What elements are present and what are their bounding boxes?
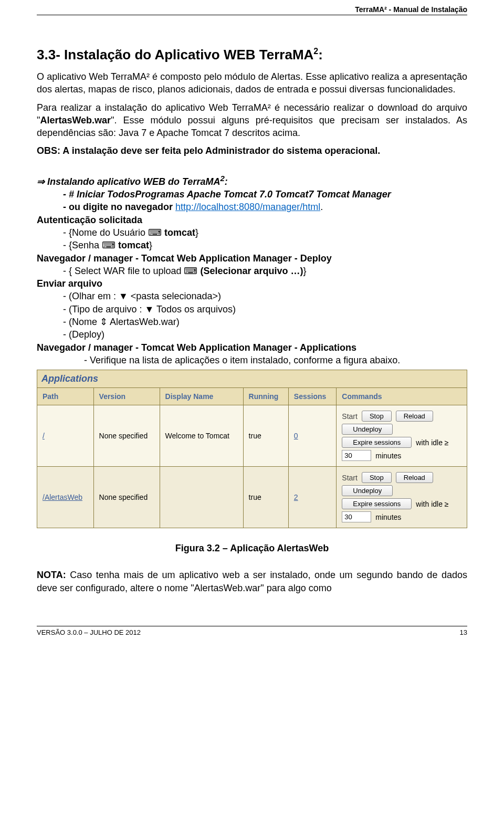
- header-rule: [37, 15, 467, 15]
- stop-button[interactable]: Stop: [362, 411, 392, 422]
- col-display: Display Name: [160, 388, 243, 405]
- paragraph-1: O aplicativo Web TerraMA² é composto pel…: [37, 70, 467, 96]
- cell-commands: Start Stop Reload Undeploy Expire sessio…: [337, 405, 467, 467]
- step-war-b: (Selecionar arquivo …): [200, 266, 303, 276]
- idle-label-a: with idle ≥: [416, 500, 448, 508]
- expire-button[interactable]: Expire sessions: [342, 498, 412, 509]
- footer-page-number: 13: [460, 628, 467, 636]
- cell-version: None specified: [93, 405, 160, 467]
- step-user: - {Nome do Usuário ⌨ tomcat}: [63, 226, 467, 239]
- paragraph-2: Para realizar a instalação do aplicativo…: [37, 101, 467, 140]
- install-colon: :: [225, 176, 228, 187]
- page-footer: VERSÃO 3.0.0 – JULHO DE 2012 13: [37, 626, 467, 636]
- idle-input[interactable]: [342, 511, 371, 522]
- paragraph-obs: OBS: A instalação deve ser feita pelo Ad…: [37, 144, 467, 157]
- nota-label: NOTA:: [37, 570, 66, 580]
- step-start-menu: - # Iniciar TodosProgramas Apache Tomcat…: [63, 188, 467, 201]
- cell-version: None specified: [93, 467, 160, 528]
- path-link[interactable]: /: [43, 432, 45, 440]
- step-pass-b: tomcat: [118, 240, 149, 250]
- step-war-a: - { Select WAR file to upload ⌨: [63, 266, 200, 276]
- manager-url-link[interactable]: http://localhost:8080/manager/html: [175, 202, 320, 212]
- p2-b: AlertasWeb.war: [40, 115, 111, 125]
- section-title-text: - Instalação do Aplicativo WEB TerraMA: [56, 47, 313, 62]
- applications-table: Applications Path Version Display Name R…: [37, 370, 467, 528]
- undeploy-button[interactable]: Undeploy: [342, 485, 393, 496]
- idle-input[interactable]: [342, 450, 371, 461]
- reload-button[interactable]: Reload: [396, 411, 433, 422]
- applications-caption: Applications: [37, 370, 467, 387]
- step-user-b: tomcat: [164, 227, 195, 238]
- step-war-c: }: [303, 266, 307, 276]
- nota-text: Caso tenha mais de um aplicativo web a s…: [37, 570, 467, 593]
- expire-button[interactable]: Expire sessions: [342, 437, 412, 448]
- figure-caption: Figura 3.2 – Aplicação AlertasWeb: [37, 543, 467, 554]
- page-header: TerraMA² - Manual de Instalação: [37, 0, 467, 15]
- enviar-heading: Enviar arquivo: [37, 277, 467, 290]
- col-version: Version: [93, 388, 160, 405]
- step-pass-c: }: [149, 240, 152, 250]
- step-name: - (Nome ⇕ AlertasWeb.war): [63, 316, 467, 328]
- path-link[interactable]: /AlertasWeb: [43, 493, 82, 501]
- footer-rule: [37, 626, 467, 626]
- col-path: Path: [37, 388, 94, 405]
- sessions-link[interactable]: 0: [294, 432, 298, 440]
- col-running: Running: [243, 388, 288, 405]
- step-pass: - {Senha ⌨ tomcat}: [63, 239, 467, 251]
- cell-running: true: [243, 405, 288, 467]
- step-filetype: - (Tipo de arquivo : ▼ Todos os arquivos…: [63, 303, 467, 316]
- table-row: /AlertasWeb None specified true 2 Start …: [37, 467, 467, 528]
- cell-commands: Start Stop Reload Undeploy Expire sessio…: [337, 467, 467, 528]
- col-sessions: Sessions: [288, 388, 336, 405]
- start-disabled: Start: [342, 474, 358, 482]
- step-verify: - Verifique na lista de aplicações o ite…: [84, 354, 467, 366]
- nav-deploy-heading: Navegador / manager - Tomcat Web Applica…: [37, 252, 467, 265]
- stop-button[interactable]: Stop: [362, 472, 392, 483]
- section-number: 3.3: [37, 47, 56, 62]
- start-disabled: Start: [342, 412, 358, 421]
- step-user-a: - {Nome do Usuário ⌨: [63, 227, 164, 238]
- idle-label-a: with idle ≥: [416, 438, 448, 447]
- section-sup: 2: [313, 47, 318, 56]
- cell-display: Welcome to Tomcat: [160, 405, 243, 467]
- undeploy-button[interactable]: Undeploy: [342, 424, 393, 435]
- reload-button[interactable]: Reload: [396, 472, 433, 483]
- step-deploy: - (Deploy): [63, 328, 467, 341]
- cell-running: true: [243, 467, 288, 528]
- sessions-link[interactable]: 2: [294, 493, 298, 501]
- install-heading: Instalando aplicativo WEB do TerraMA2:: [37, 173, 467, 188]
- step-user-c: }: [195, 227, 198, 238]
- step-url: - ou digite no navegador http://localhos…: [63, 201, 467, 213]
- install-sup: 2: [220, 174, 224, 183]
- idle-label-b: minutes: [375, 452, 401, 460]
- step-pass-a: - {Senha ⌨: [63, 240, 118, 250]
- step-url-c: .: [320, 202, 323, 212]
- section-colon: :: [318, 47, 323, 62]
- idle-label-b: minutes: [375, 513, 401, 521]
- step-lookin: - (Olhar em : ▼ <pasta selecionada>): [63, 290, 467, 302]
- cell-display: [160, 467, 243, 528]
- step-url-a: - ou digite no navegador: [63, 202, 175, 212]
- step-select-war: - { Select WAR file to upload ⌨ (Selecio…: [63, 265, 467, 277]
- auth-heading: Autenticação solicitada: [37, 214, 467, 226]
- install-heading-text: Instalando aplicativo WEB do TerraMA: [47, 176, 220, 187]
- section-title: 3.3- Instalação do Aplicativo WEB TerraM…: [37, 47, 467, 63]
- col-commands: Commands: [337, 388, 467, 405]
- install-steps: Instalando aplicativo WEB do TerraMA2: -…: [37, 173, 467, 366]
- table-row: / None specified Welcome to Tomcat true …: [37, 405, 467, 467]
- footer-version: VERSÃO 3.0.0 – JULHO DE 2012: [37, 628, 141, 636]
- nota-paragraph: NOTA: Caso tenha mais de um aplicativo w…: [37, 569, 467, 594]
- nav-apps-heading: Navegador / manager - Tomcat Web Applica…: [37, 341, 467, 354]
